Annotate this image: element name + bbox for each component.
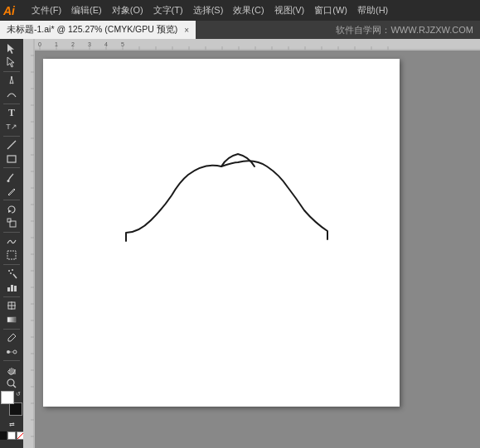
mesh-tool[interactable] <box>2 300 22 313</box>
stroke-swatch[interactable] <box>9 402 22 416</box>
tool-separator-5 <box>3 200 20 200</box>
swatch-white[interactable] <box>7 431 16 440</box>
scale-tool[interactable] <box>2 217 22 230</box>
tab-close-button[interactable]: × <box>184 26 189 35</box>
touch-type-tool[interactable]: T↗ <box>2 120 22 133</box>
pencil-tool[interactable] <box>2 185 22 198</box>
symbol-spray-tool[interactable] <box>2 267 22 281</box>
warp-tool[interactable] <box>2 235 22 248</box>
type-tool[interactable]: T <box>2 107 22 120</box>
svg-point-21 <box>13 350 17 354</box>
svg-rect-14 <box>11 285 13 291</box>
svg-rect-19 <box>7 317 16 322</box>
svg-point-11 <box>12 269 13 271</box>
app-logo: Ai <box>3 5 15 17</box>
menu-window[interactable]: 窗口(W) <box>309 2 352 18</box>
active-tab[interactable]: 未标题-1.ai* @ 125.27% (CMYK/GPU 预览) × <box>0 21 196 39</box>
canvas-area: 0 1 2 3 4 5 <box>23 39 480 448</box>
tool-separator-6 <box>3 232 20 233</box>
pen-tool[interactable] <box>2 75 22 88</box>
svg-text:4: 4 <box>104 41 108 47</box>
menu-type[interactable]: 文字(T) <box>148 2 188 18</box>
column-graph-tool[interactable] <box>2 281 22 294</box>
line-tool[interactable] <box>2 138 22 152</box>
svg-point-10 <box>8 270 10 272</box>
menu-bar: Ai 文件(F) 编辑(E) 对象(O) 文字(T) 选择(S) 效果(C) 视… <box>0 0 480 21</box>
selection-tool[interactable] <box>2 42 22 55</box>
svg-text:0: 0 <box>38 41 41 47</box>
svg-rect-15 <box>14 286 17 291</box>
menu-view[interactable]: 视图(V) <box>269 2 310 18</box>
toolbar: T T↗ <box>0 39 23 448</box>
fill-swatch[interactable] <box>1 391 14 404</box>
zoom-tool[interactable] <box>2 378 22 391</box>
menu-help[interactable]: 帮助(H) <box>352 2 393 18</box>
gradient-tool[interactable] <box>2 313 22 326</box>
svg-line-3 <box>7 141 16 149</box>
svg-point-5 <box>7 180 10 182</box>
paintbrush-tool[interactable] <box>2 171 22 184</box>
svg-line-24 <box>13 385 16 388</box>
svg-marker-0 <box>7 44 14 54</box>
tool-separator-1 <box>3 71 20 72</box>
tool-separator-3 <box>3 136 20 137</box>
tool-separator-7 <box>3 264 20 265</box>
swap-colors-icon[interactable]: ⇄ <box>9 421 15 428</box>
rect-tool[interactable] <box>2 152 22 166</box>
tab-label: 未标题-1.ai* @ 125.27% (CMYK/GPU 预览) <box>7 24 177 36</box>
hand-tool[interactable] <box>2 364 22 377</box>
ruler-top: 0 1 2 3 4 5 <box>23 39 480 51</box>
reset-colors-icon[interactable]: ↺ <box>16 391 22 397</box>
svg-marker-1 <box>7 57 14 67</box>
svg-text:2: 2 <box>71 41 75 47</box>
color-area: ↺ ⇄ <box>0 391 25 445</box>
svg-text:1: 1 <box>55 41 58 47</box>
free-transform-tool[interactable] <box>2 248 22 262</box>
artboard <box>43 59 400 407</box>
direct-select-tool[interactable] <box>2 56 22 70</box>
tool-separator-9 <box>3 329 20 330</box>
tool-separator-10 <box>3 360 20 361</box>
main-area: T T↗ <box>0 39 480 448</box>
small-swatches <box>0 431 25 440</box>
curvature-tool[interactable] <box>2 88 22 101</box>
svg-rect-9 <box>7 251 16 259</box>
tool-separator-8 <box>3 296 20 297</box>
svg-rect-13 <box>7 287 10 291</box>
canvas-white <box>35 51 480 448</box>
ruler-left <box>23 39 35 448</box>
menu-select[interactable]: 选择(S) <box>188 2 229 18</box>
drawing-svg <box>43 59 400 407</box>
svg-point-20 <box>7 350 10 354</box>
tab-bar: 未标题-1.ai* @ 125.27% (CMYK/GPU 预览) × 软件自学… <box>0 21 480 39</box>
svg-rect-4 <box>7 156 16 162</box>
stroke-fill-box[interactable]: ↺ <box>1 391 22 416</box>
eyedropper-tool[interactable] <box>2 331 22 344</box>
menu-object[interactable]: 对象(O) <box>107 2 148 18</box>
tool-separator-4 <box>3 167 20 168</box>
svg-marker-6 <box>8 210 12 213</box>
site-label: 软件自学网：WWW.RJZXW.COM <box>329 21 480 39</box>
svg-text:5: 5 <box>121 41 124 47</box>
svg-text:3: 3 <box>88 41 91 47</box>
rotate-tool[interactable] <box>2 203 22 216</box>
blend-tool[interactable] <box>2 345 22 359</box>
svg-rect-25 <box>23 39 480 51</box>
menu-file[interactable]: 文件(F) <box>27 2 66 18</box>
svg-point-2 <box>11 76 12 78</box>
menu-effect[interactable]: 效果(C) <box>228 2 269 18</box>
menu-edit[interactable]: 编辑(E) <box>66 2 107 18</box>
svg-point-23 <box>7 379 14 386</box>
swatch-black[interactable] <box>0 431 7 440</box>
svg-point-12 <box>10 272 12 274</box>
tool-separator-2 <box>3 104 20 104</box>
